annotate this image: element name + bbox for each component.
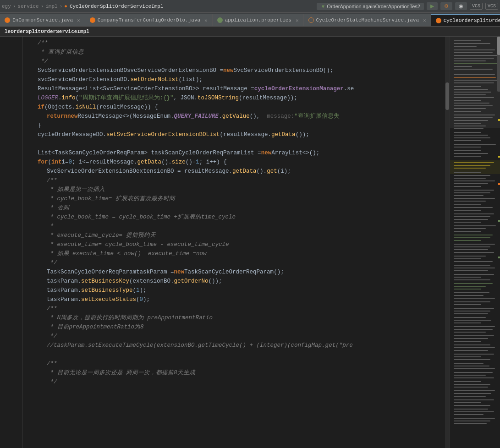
svg-rect-132 [498,119,500,121]
code-line: * cycle_book_time = cycle_book_time + 扩展… [28,213,445,222]
svg-rect-112 [454,372,493,373]
close-icon[interactable]: ✕ [204,17,208,23]
svg-rect-105 [454,350,488,351]
svg-rect-103 [454,344,490,345]
close-icon[interactable]: ✕ [423,17,426,23]
vertical-scrollbar[interactable] [445,37,450,448]
code-line: svcServiceOrderExtensionBO. setOrderNoLi… [28,75,445,84]
code-line: * 目前无论是一周多次还是 两周一次，都提前8天生成 [28,368,445,377]
minimap[interactable] [450,37,500,448]
close-icon[interactable]: ✕ [77,17,80,23]
svg-rect-6 [454,52,493,53]
close-icon[interactable]: ✕ [296,17,299,23]
tab-properties[interactable]: application.properties ✕ [213,14,304,26]
svg-rect-56 [454,201,486,202]
svg-rect-63 [454,222,481,223]
tab-label: InCommonService.java [12,17,73,23]
code-line: /** [28,38,445,48]
code-line: ResultMessage < List < SvcServiceOrderEx… [28,84,445,93]
java-icon: ! [308,17,314,23]
svg-rect-131 [497,37,500,55]
svg-rect-28 [454,117,493,118]
svg-rect-62 [454,219,488,220]
svg-rect-65 [454,228,486,229]
svg-rect-35 [454,137,490,138]
svg-rect-77 [454,265,490,266]
svg-rect-66 [454,231,481,232]
svg-rect-93 [454,313,488,314]
svg-rect-102 [454,341,481,342]
svg-rect-88 [454,298,495,299]
svg-rect-87 [454,295,484,296]
breadcrumb-service: service [17,4,38,9]
breadcrumb: egy › service › impl › ● CycleOrderSplit… [2,4,317,9]
svg-rect-33 [454,132,481,133]
svg-rect-81 [454,277,481,278]
scrollbar-thumb[interactable] [445,82,449,110]
svg-rect-120 [454,396,486,397]
profile-button[interactable]: ◉ [455,2,467,10]
svg-rect-83 [454,283,493,284]
svg-rect-24 [454,105,493,106]
code-line: TaskScanCycleOrderReqParam taskParam = n… [28,268,445,277]
svg-rect-34 [454,135,488,136]
svg-rect-128 [454,421,490,421]
code-line: List < TaskScanCycleOrderReqParam > task… [28,148,445,158]
svg-rect-5 [454,49,495,50]
svg-rect-85 [454,289,481,290]
svg-rect-10 [454,63,497,64]
tab-companytransfer[interactable]: CompanyTransferConfigOrderDto.java ✕ [85,14,213,26]
tab-cyclestatemachine[interactable]: ! CycleOrderStateMachineService.java ✕ [304,14,431,26]
run-button[interactable]: ▶ [427,2,438,10]
code-line: * [28,222,445,231]
svg-rect-71 [454,246,490,247]
code-line: /** [28,176,445,185]
debug-button[interactable]: ⚙ [440,2,452,10]
svg-rect-82 [454,279,490,280]
code-line [28,139,445,148]
svg-rect-39 [454,150,481,151]
code-line: return new ResultMessage <>(MessageEnum.… [28,112,445,121]
run-config-icon: ▼ [320,4,325,9]
java-icon [436,18,441,23]
code-content[interactable]: /** * 查询扩展信息 */ SvcServiceOrderExtension… [23,37,445,448]
svg-rect-22 [454,100,481,101]
code-line: SvcServiceOrderExtensionBO extensionBO =… [28,167,445,176]
svg-rect-126 [454,414,484,415]
svg-rect-75 [454,258,481,259]
run-config-dropdown[interactable]: ▼ OrderApportion.againOrderApportionTes2 [317,3,424,10]
svg-rect-78 [454,268,495,268]
svg-rect-72 [454,249,488,250]
tab-cyclesplitorder[interactable]: CycleOrderSplitOrderServiceImpl.ja ✕ [431,14,500,26]
svg-rect-127 [454,418,495,419]
minimap-svg [450,37,500,448]
svg-rect-15 [454,80,497,81]
svg-rect-104 [454,347,495,348]
code-line: */ [28,332,445,341]
tab-incommonservice[interactable]: InCommonService.java ✕ [0,14,85,26]
svg-rect-25 [454,108,486,109]
svg-rect-47 [454,175,490,176]
java-icon [5,17,10,23]
svg-rect-32 [454,128,484,129]
code-line: /** [28,304,445,313]
svg-rect-43 [454,162,494,163]
svg-rect-7 [454,55,497,56]
svg-rect-69 [454,240,481,241]
tab-label: CycleOrderSplitOrderServiceImpl.ja [444,18,500,23]
code-line: */ [28,57,445,66]
code-line: * execute_time_cycle = 提前预约天 [28,231,445,240]
svg-rect-125 [454,411,494,412]
svg-rect-106 [454,354,494,355]
code-line [28,350,445,359]
code-line: * 如果 execute_time < now() execute_time =… [28,249,445,258]
code-line: */ [28,258,445,268]
svg-rect-136 [498,257,500,258]
breadcrumb-egy: egy [2,4,11,9]
tab-label: application.properties [225,17,291,23]
line-numbers: ​ ​ ​ ​ ​ ​ ​ ​ ​ ​ ​ ​ ​ ​ ​ ​ ​ ​ ​ ​ … [0,37,23,448]
svg-rect-64 [454,225,496,226]
svg-rect-8 [454,58,494,59]
svg-rect-38 [454,147,481,148]
svg-rect-49 [454,180,495,181]
